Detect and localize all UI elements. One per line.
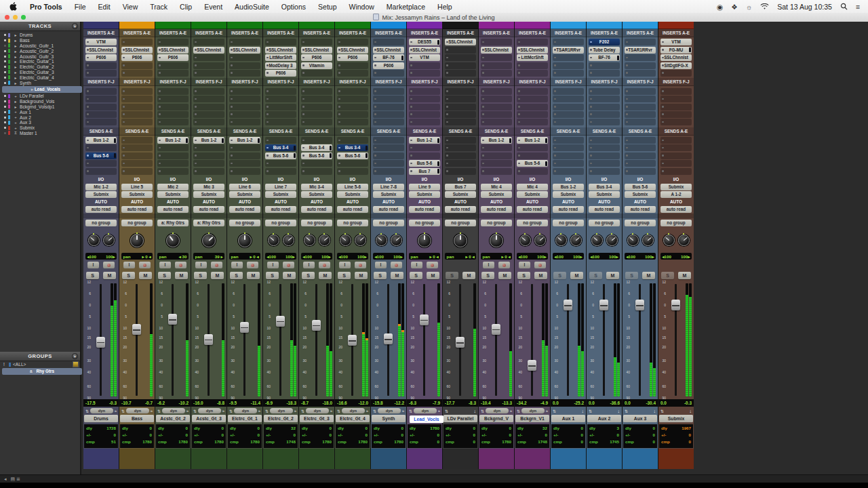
track-height-toggle[interactable]: ⇅ (481, 409, 484, 413)
input-monitor-button[interactable]: I (519, 262, 530, 268)
insert-slot-fj-e[interactable] (445, 119, 476, 125)
solo-button[interactable]: S (230, 272, 243, 279)
insert-slot-c[interactable] (229, 54, 260, 61)
track-list-item[interactable]: +Aux 1 (0, 109, 80, 115)
track-height-toggle[interactable]: ⇅ (85, 409, 89, 413)
pan-knobs[interactable] (299, 228, 334, 252)
pan-knob[interactable] (166, 234, 180, 247)
solo-button[interactable]: S (553, 272, 566, 279)
menu-item-clip[interactable]: Clip (174, 3, 198, 11)
send-slot-a[interactable] (265, 137, 296, 144)
fader-flip-icon[interactable]: » (402, 409, 404, 413)
insert-slot-e[interactable] (625, 70, 656, 77)
track-visibility-dot[interactable] (4, 77, 6, 79)
send-slot-b[interactable] (445, 144, 476, 151)
insert-slot-d[interactable]: Vitamin (301, 62, 332, 69)
insert-slot-fj-c[interactable] (337, 104, 368, 110)
track-list-item[interactable]: ▸Electric_Guitar_3 (0, 70, 80, 75)
insert-slot-fj-c[interactable] (517, 104, 548, 110)
send-slot-c[interactable]: Bus 5-6 (301, 152, 332, 159)
menu-item-options[interactable]: Options (275, 3, 312, 11)
insert-slot-c[interactable]: P606 (121, 54, 153, 61)
insert-slot-fj-e[interactable] (337, 119, 368, 125)
insert-slot-d[interactable] (409, 62, 440, 69)
track-list-item[interactable]: +Submix (0, 125, 80, 131)
pan-knob[interactable] (534, 235, 546, 246)
dyn-plugin-button[interactable]: dyn (162, 408, 185, 413)
insert-slot-fj-a[interactable] (337, 88, 368, 95)
dyn-plugin-button[interactable]: dyn (126, 408, 149, 413)
fader-cap[interactable] (312, 320, 321, 331)
input-monitor-button[interactable]: I (159, 262, 171, 268)
send-slot-e[interactable] (337, 168, 368, 175)
dyn-plugin-button[interactable]: dyn (378, 408, 401, 413)
insert-slot-fj-b[interactable] (265, 96, 296, 102)
menu-item-audiosuite[interactable]: AudioSuite (229, 3, 275, 11)
pan-knob[interactable] (88, 235, 100, 246)
send-slot-a[interactable] (589, 137, 620, 144)
menu-item-file[interactable]: File (68, 3, 92, 11)
pan-knob[interactable] (555, 235, 567, 246)
pan-knob[interactable] (340, 235, 351, 246)
mute-button[interactable]: M (211, 272, 224, 279)
track-list-item[interactable]: ▸Electric_Guitar_4 (0, 75, 80, 80)
input-selector[interactable]: Bus 7 (445, 184, 476, 190)
track-height-toggle[interactable]: ⇅ (337, 409, 340, 413)
pan-knob[interactable] (391, 235, 402, 246)
group-settings-icon[interactable] (73, 361, 79, 367)
track-visibility-dot[interactable] (4, 100, 6, 102)
automation-mode-selector[interactable]: auto read (517, 206, 548, 213)
record-enable-button[interactable] (498, 262, 510, 268)
menu-item-app[interactable]: Pro Tools (24, 3, 68, 11)
insert-slot-fj-d[interactable] (481, 111, 512, 118)
fader-track[interactable] (415, 282, 433, 398)
send-slot-d[interactable] (445, 160, 476, 167)
track-list-item[interactable]: ▸Acoustic_Guitr_3 (0, 54, 80, 59)
solo-button[interactable]: S (589, 272, 602, 279)
insert-slot-fj-c[interactable] (229, 104, 260, 110)
dyn-plugin-button[interactable]: dyn (306, 408, 329, 413)
output-selector[interactable]: Submix (553, 191, 584, 198)
send-slot-a[interactable] (625, 137, 656, 144)
input-selector[interactable]: Mic 4 (517, 184, 548, 190)
fader-cap[interactable] (204, 334, 213, 345)
insert-slot-fj-d[interactable] (553, 111, 584, 118)
pan-knobs[interactable] (479, 228, 514, 252)
insert-slot-fj-c[interactable] (625, 104, 656, 110)
pan-knob[interactable] (130, 234, 144, 247)
fader-track[interactable] (559, 282, 576, 398)
insert-slot-c[interactable]: SSLChnnlst (660, 54, 692, 61)
track-visibility-dot[interactable] (4, 56, 6, 58)
output-window-icon[interactable]: ↓ (593, 409, 620, 413)
fader-flip-icon[interactable]: » (186, 409, 189, 413)
fader-track[interactable] (271, 282, 289, 398)
mute-button[interactable]: M (427, 272, 439, 279)
send-slot-c[interactable]: Bus 5-6 (85, 152, 117, 159)
fader-cap[interactable] (456, 337, 465, 348)
output-selector[interactable]: Submix (517, 191, 548, 198)
pan-knob[interactable] (678, 235, 690, 246)
insert-slot-fj-e[interactable] (85, 119, 117, 125)
group-list-item[interactable]: aRhy Gtrs (2, 368, 82, 375)
fader-cap[interactable] (132, 324, 141, 335)
output-window-icon[interactable]: ↓ (629, 409, 656, 413)
send-slot-d[interactable] (589, 160, 620, 167)
pan-knob[interactable] (642, 235, 654, 246)
fader-cap[interactable] (348, 335, 357, 346)
insert-slot-a[interactable]: VTM (660, 39, 692, 45)
insert-slot-a[interactable] (337, 39, 368, 45)
send-slot-d[interactable] (553, 160, 584, 167)
mute-button[interactable]: M (391, 272, 403, 279)
insert-slot-fj-d[interactable] (660, 111, 692, 118)
insert-slot-fj-b[interactable] (481, 96, 512, 102)
send-slot-a[interactable]: Bus 1-2 (85, 137, 117, 144)
send-slot-a[interactable]: Bus 1-2 (193, 137, 224, 144)
send-slot-b[interactable] (85, 144, 117, 151)
insert-slot-fj-c[interactable] (589, 104, 620, 110)
insert-slot-fj-a[interactable] (121, 88, 153, 95)
fader-track[interactable] (307, 282, 325, 398)
insert-slot-fj-e[interactable] (229, 119, 260, 125)
fader-track[interactable] (199, 282, 217, 398)
pan-knob[interactable] (519, 235, 531, 246)
insert-slot-fj-b[interactable] (660, 96, 692, 102)
